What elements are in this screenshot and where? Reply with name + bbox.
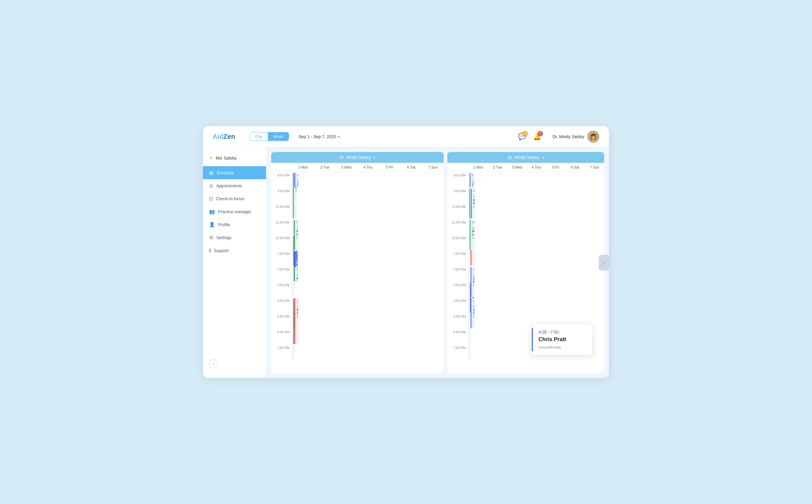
appointments-icon: ◎ <box>209 183 213 189</box>
app-container: AidZen Day Week Sep 1 - Sep 7, 2015 ▾ 💬 … <box>203 126 609 378</box>
appointment-block[interactable]: 24:00 - 24:00Jim GreyUnconfirmed <box>471 298 474 328</box>
sidebar-item-practice[interactable]: 👥 Practice manager <box>203 205 266 218</box>
time-label: 7:00 PM <box>447 345 468 360</box>
logo: AidZen <box>213 133 235 141</box>
time-label: 4:00 PM <box>271 298 292 313</box>
time-label: 11:00 AM <box>447 219 468 235</box>
time-label: 3:00 PM <box>447 282 468 298</box>
appointment-block[interactable]: 4:00 - 6:00Katie HillConfirmed <box>470 220 474 250</box>
time-label: 9:00 AM <box>271 188 292 204</box>
time-label: 9:00 AM <box>447 188 468 204</box>
calendar-cell[interactable] <box>470 329 471 345</box>
time-label: 3:00 PM <box>271 282 292 298</box>
avatar: 👩 <box>587 131 599 143</box>
week-view-button[interactable]: Week <box>268 132 289 141</box>
sidebar-item-profile[interactable]: 👤 Profile <box>203 218 266 231</box>
sidebar-item-settings[interactable]: ⚙ Settings › <box>203 231 266 244</box>
sidebar-item-schedule[interactable]: ▦ Schedule <box>203 166 266 179</box>
day-view-button[interactable]: Day <box>250 132 268 141</box>
time-label: 5:00 PM <box>271 313 292 329</box>
time-label: 6:00 PM <box>271 329 292 345</box>
date-chevron-icon: ▾ <box>338 135 340 139</box>
left-calendar-body: 8:00 AM9:00 AM10:00 AM11:00 AM12:00 AM1:… <box>271 172 444 373</box>
right-day-3: 3 Wed <box>507 163 527 172</box>
left-day-6: 6 Sat <box>401 163 422 172</box>
settings-arrow-icon: › <box>259 236 260 240</box>
left-day-3: 3 Wed <box>335 163 357 172</box>
time-label: 2:00 PM <box>271 266 292 282</box>
left-grid: 8:00 AM9:00 AM10:00 AM11:00 AM12:00 AM1:… <box>271 172 444 360</box>
date-range-selector[interactable]: Sep 1 - Sep 7, 2015 ▾ <box>299 134 340 139</box>
left-days-header: 1 Mon 2 Tue 3 Wed 4 Thu 5 Fri 6 Sat 7 Su… <box>271 163 444 172</box>
right-days-header: 1 Mon 2 Tue 3 Wed 4 Thu 5 Fri 6 Sat 7 Su… <box>447 163 604 172</box>
sidebar-item-checkin[interactable]: ⊡ Check-in forms <box>203 192 266 205</box>
right-cal-chevron-icon: ▾ <box>542 155 544 160</box>
appointment-block[interactable]: 4:00 - 6:00Katie HillConfirmed <box>294 267 298 281</box>
main-content: Dr. Mindy Satsky ▾ 1 Mon 2 Tue 3 Wed 4 T… <box>266 147 609 378</box>
sidebar-user: ★ Md. Satsky <box>203 152 266 166</box>
right-calendar-header[interactable]: Dr. Mindy Satsky ▾ <box>447 152 604 163</box>
appointment-block[interactable]: 4:00 - 7:00Ivan PetrovUnconfirmed <box>471 189 475 219</box>
bell-badge: 7 <box>538 131 543 136</box>
time-label: 11:00 AM <box>271 219 292 235</box>
left-day-5: 5 Fri <box>379 163 401 172</box>
chat-notification-button[interactable]: 💬 12 <box>516 131 528 142</box>
left-day-1: 1 Mon <box>292 163 314 172</box>
schedule-icon: ▦ <box>209 170 214 176</box>
left-day-4: 4 Thu <box>357 163 379 172</box>
left-calendar-header[interactable]: Dr. Mindy Satsky ▾ <box>271 152 444 163</box>
sidebar-collapse-button[interactable]: ‹ <box>209 359 218 368</box>
appointment-block[interactable]: 24:00 - 24:00Jim GreyUnconfirmed <box>294 173 298 187</box>
practice-icon: 👥 <box>209 209 215 214</box>
appointment-block[interactable]: 4:00 - 7:00Chris PrattUnconfirmed <box>471 267 474 297</box>
popup-status: Unconfirmed <box>538 345 585 350</box>
appointment-block[interactable]: 3:00 - 7:00Katie HillDeclined <box>294 298 298 344</box>
view-toggle: Day Week <box>250 132 289 141</box>
right-day-6: 6 Sat <box>565 163 585 172</box>
time-label: 12:00 AM <box>447 235 468 251</box>
time-label: 4:00 PM <box>447 298 468 313</box>
left-day-2: 2 Tue <box>314 163 336 172</box>
appointment-block[interactable]: 24:00 - 24:00Katie HillConfirmed <box>294 220 298 250</box>
time-label: 6:00 PM <box>447 329 468 345</box>
settings-icon: ⚙ <box>209 235 213 240</box>
time-label: 1:00 PM <box>271 251 292 266</box>
calendar-cell[interactable] <box>470 345 471 360</box>
time-label: 2:00 PM <box>447 266 468 282</box>
profile-icon: 👤 <box>209 222 215 227</box>
body: ★ Md. Satsky ▦ Schedule ◎ Appointments ⊡… <box>203 147 609 378</box>
calendar-cell[interactable] <box>294 282 294 298</box>
time-label: 12:00 AM <box>271 235 292 251</box>
checkin-icon: ⊡ <box>209 196 213 201</box>
left-calendar: Dr. Mindy Satsky ▾ 1 Mon 2 Tue 3 Wed 4 T… <box>271 152 444 373</box>
right-scroll-button[interactable]: › <box>599 255 609 271</box>
right-day-4: 4 Thu <box>527 163 546 172</box>
notification-area: 💬 12 🔔 7 <box>516 131 543 142</box>
bell-notification-button[interactable]: 🔔 7 <box>531 131 543 142</box>
sidebar-bottom: ‹ <box>203 354 266 373</box>
time-label: 1:00 PM <box>447 251 468 266</box>
calendar-cell[interactable] <box>294 345 294 360</box>
support-icon: ℹ <box>209 248 211 253</box>
sidebar: ★ Md. Satsky ▦ Schedule ◎ Appointments ⊡… <box>203 147 266 378</box>
right-day-7: 7 Sun <box>585 163 604 172</box>
right-calendar-wrapper: Dr. Mindy Satsky ▾ 1 Mon 2 Tue 3 Wed 4 T… <box>447 152 604 373</box>
sidebar-item-appointments[interactable]: ◎ Appointments <box>203 179 266 192</box>
chat-badge: 12 <box>522 131 528 136</box>
right-day-1: 1 Mon <box>468 163 488 172</box>
popup-patient-name: Chris Pratt <box>538 336 585 343</box>
sidebar-item-support[interactable]: ℹ Support <box>203 244 266 257</box>
appointment-block[interactable]: 24:00 - 24:00Jim GreyUnconfirmed <box>470 173 474 187</box>
time-label: 8:00 AM <box>447 172 468 188</box>
left-cal-chevron-icon: ▾ <box>374 155 376 160</box>
time-label: 5:00 PM <box>447 313 468 329</box>
right-day-5: 5 Fri <box>546 163 565 172</box>
right-day-2: 2 Tue <box>488 163 507 172</box>
user-name: Dr. Mindy Satsky <box>553 134 584 139</box>
time-label: 7:00 PM <box>271 345 292 360</box>
popup-time: 4:00 - 7:00 <box>538 330 585 334</box>
time-label: 8:00 AM <box>271 172 292 188</box>
left-day-7: 7 Sun <box>422 163 444 172</box>
header: AidZen Day Week Sep 1 - Sep 7, 2015 ▾ 💬 … <box>203 126 609 147</box>
time-label: 10:00 AM <box>447 204 468 219</box>
